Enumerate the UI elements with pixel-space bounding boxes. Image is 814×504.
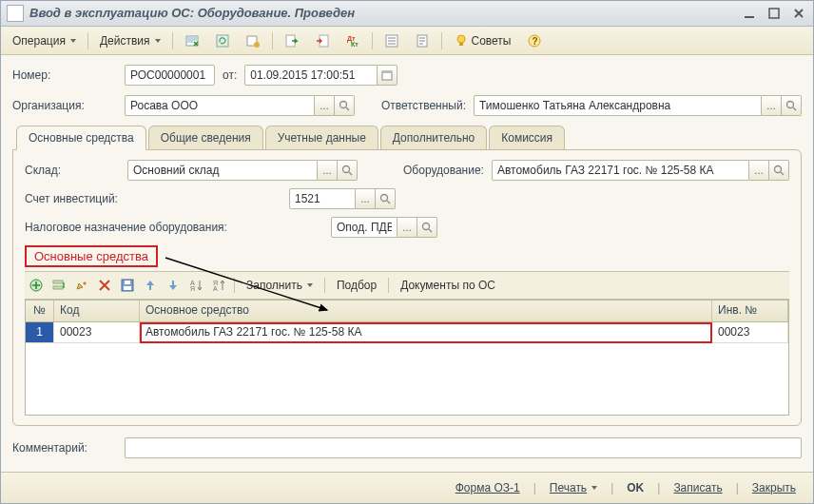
- cell-code[interactable]: 00023: [54, 322, 140, 343]
- svg-point-22: [381, 195, 388, 202]
- toolbar-btn-3[interactable]: [240, 30, 266, 51]
- grid-delete-button[interactable]: [95, 276, 114, 295]
- toolbar-btn-8[interactable]: [409, 30, 436, 51]
- tab-commission[interactable]: Комиссия: [489, 126, 565, 149]
- tax-choose-button[interactable]: …: [397, 217, 417, 238]
- tab-additional[interactable]: Дополнительно: [380, 126, 487, 149]
- grid-sort-asc-button[interactable]: AЯ: [186, 276, 205, 295]
- report-icon: [415, 33, 430, 48]
- tax-label: Налоговое назначение оборудования:: [25, 221, 323, 234]
- sort-desc-icon: ЯA: [211, 278, 226, 293]
- inv-account-choose-button[interactable]: …: [356, 188, 376, 209]
- docs-os-label: Документы по ОС: [400, 279, 495, 292]
- tab-panel-main: Склад: … Оборудование: … Счет инвестиций…: [12, 149, 802, 426]
- toolbar-btn-6[interactable]: ДтКт: [339, 30, 366, 51]
- svg-text:?: ?: [532, 36, 537, 47]
- tab-main-assets[interactable]: Основные средства: [16, 126, 146, 150]
- svg-rect-17: [382, 71, 392, 73]
- form-os1-link[interactable]: Форма ОЗ-1: [448, 477, 528, 498]
- inv-account-input[interactable]: [289, 188, 356, 209]
- ellipsis-icon: …: [322, 165, 332, 176]
- warehouse-open-button[interactable]: [338, 160, 358, 181]
- col-header-inv[interactable]: Инв. №: [712, 300, 788, 321]
- main-toolbar: Операция Действия ДтКт Советы ?: [1, 27, 813, 56]
- col-header-main[interactable]: Основное средство: [140, 300, 712, 321]
- operation-label: Операция: [12, 34, 66, 48]
- grid-edit-button[interactable]: [72, 276, 91, 295]
- add-circle-icon: [29, 278, 44, 293]
- inv-account-open-button[interactable]: [376, 188, 396, 209]
- warehouse-choose-button[interactable]: …: [318, 160, 338, 181]
- grid-docs-os-button[interactable]: Документы по ОС: [395, 277, 501, 294]
- maximize-button[interactable]: [766, 6, 783, 21]
- number-label: Номер:: [12, 68, 117, 82]
- responsible-input[interactable]: [474, 95, 762, 116]
- title-bar: Ввод в эксплуатацию ОС: Оборудование. Пр…: [1, 1, 813, 27]
- window: Ввод в эксплуатацию ОС: Оборудование. Пр…: [0, 0, 814, 504]
- window-title: Ввод в эксплуатацию ОС: Оборудование. Пр…: [29, 6, 741, 20]
- inv-account-label: Счет инвестиций:: [25, 192, 281, 205]
- grid-insert-button[interactable]: [49, 276, 68, 295]
- help-button[interactable]: ?: [521, 30, 548, 51]
- assets-grid[interactable]: № Код Основное средство Инв. № 1 00023 А…: [25, 300, 789, 416]
- grid-add-button[interactable]: [27, 276, 46, 295]
- magnifier-icon: [421, 222, 433, 233]
- col-header-code[interactable]: Код: [54, 300, 140, 321]
- cell-inv[interactable]: 00023: [712, 322, 788, 343]
- toolbar-btn-7[interactable]: [378, 30, 405, 51]
- tab-strip: Основные средства Общие сведения Учетные…: [12, 126, 802, 149]
- equipment-open-button[interactable]: [769, 160, 789, 181]
- warehouse-label: Склад:: [25, 164, 120, 177]
- actions-menu[interactable]: Действия: [94, 31, 166, 50]
- date-input[interactable]: [244, 65, 378, 86]
- tips-button[interactable]: Советы: [448, 30, 517, 51]
- close-window-button[interactable]: Закрыть: [745, 477, 804, 498]
- calendar-icon: [381, 69, 393, 81]
- minimize-button[interactable]: [741, 6, 758, 21]
- operation-menu[interactable]: Операция: [7, 31, 82, 50]
- delete-x-icon: [97, 278, 112, 293]
- cell-idx[interactable]: 1: [26, 322, 54, 343]
- comment-input[interactable]: [125, 437, 802, 458]
- responsible-open-button[interactable]: [782, 95, 802, 116]
- svg-rect-25: [53, 281, 63, 283]
- save-button[interactable]: Записать: [666, 477, 729, 498]
- toolbar-btn-2[interactable]: [209, 30, 236, 51]
- org-open-button[interactable]: [335, 95, 355, 116]
- cell-main[interactable]: Автомобиль ГАЗ 22171 гос. № 125-58 КА: [140, 322, 712, 343]
- magnifier-icon: [339, 100, 350, 111]
- toolbar-btn-1[interactable]: [179, 30, 205, 51]
- svg-text:A: A: [213, 285, 218, 292]
- print-menu[interactable]: Печать: [542, 477, 605, 498]
- grid-moveup-button[interactable]: [141, 276, 160, 295]
- help-icon: ?: [527, 33, 542, 48]
- tab-general[interactable]: Общие сведения: [148, 126, 263, 149]
- form-icon: [184, 33, 200, 48]
- calendar-button[interactable]: [378, 65, 397, 86]
- table-row[interactable]: 1 00023 Автомобиль ГАЗ 22171 гос. № 125-…: [26, 322, 788, 343]
- ellipsis-icon: …: [766, 101, 776, 111]
- grid-sort-desc-button[interactable]: ЯA: [209, 276, 228, 295]
- equipment-choose-button[interactable]: …: [749, 160, 769, 181]
- tax-input[interactable]: [331, 217, 397, 238]
- org-choose-button[interactable]: …: [315, 95, 335, 116]
- col-header-idx[interactable]: №: [26, 300, 54, 321]
- close-button[interactable]: [790, 6, 807, 21]
- ellipsis-icon: …: [320, 101, 329, 111]
- equipment-input[interactable]: [492, 160, 749, 181]
- number-input[interactable]: [125, 65, 215, 86]
- svg-rect-26: [53, 286, 63, 289]
- tax-open-button[interactable]: [417, 217, 437, 238]
- ok-button[interactable]: OK: [619, 477, 651, 498]
- svg-point-5: [254, 42, 260, 48]
- tab-accounting[interactable]: Учетные данные: [265, 126, 378, 149]
- toolbar-btn-4[interactable]: [279, 30, 305, 51]
- grid-fill-menu[interactable]: Заполнить: [241, 277, 319, 294]
- grid-save-button[interactable]: [118, 276, 137, 295]
- warehouse-input[interactable]: [127, 160, 318, 181]
- responsible-choose-button[interactable]: …: [762, 95, 782, 116]
- toolbar-btn-5[interactable]: [309, 30, 336, 51]
- org-input[interactable]: [125, 95, 315, 116]
- grid-pick-button[interactable]: Подбор: [331, 277, 382, 294]
- grid-movedown-button[interactable]: [164, 276, 183, 295]
